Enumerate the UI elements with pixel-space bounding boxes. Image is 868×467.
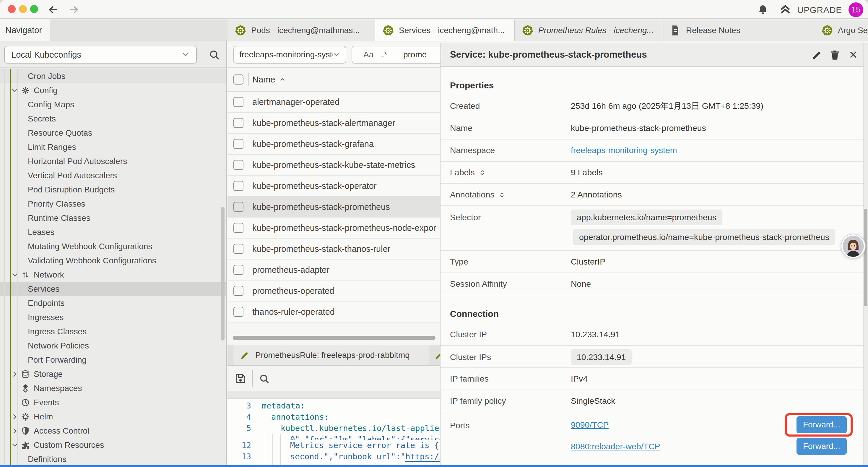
row-checkbox[interactable]: [234, 244, 243, 254]
line-number: 12: [227, 440, 251, 451]
select-all-checkbox[interactable]: [234, 75, 243, 85]
sidebar-item-events[interactable]: Events: [0, 396, 226, 410]
regex-toggle[interactable]: .*: [382, 50, 387, 59]
sidebar-item-network-policies[interactable]: Network Policies: [0, 339, 226, 353]
upgrade-icon[interactable]: [779, 3, 792, 16]
notifications-bell-icon[interactable]: [757, 4, 769, 16]
sidebar-item-leases[interactable]: Leases: [0, 225, 226, 239]
edit-icon[interactable]: [811, 49, 823, 61]
row-checkbox[interactable]: [234, 223, 243, 233]
row-checkbox[interactable]: [234, 265, 243, 275]
kubeconfig-selector[interactable]: Local Kubeconfigs: [4, 46, 197, 63]
editor-scrollband[interactable]: [227, 391, 440, 399]
row-checkbox[interactable]: [234, 139, 243, 149]
tab-argo-se[interactable]: Argo Se: [814, 20, 868, 41]
sidebar-item-mutating-webhook-configurations[interactable]: Mutating Webhook Configurations: [0, 239, 226, 254]
sidebar-item-pod-disruption-budgets[interactable]: Pod Disruption Budgets: [0, 183, 226, 197]
sidebar-item-priority-classes[interactable]: Priority Classes: [0, 197, 226, 211]
tab-pods-icecheng-mathmas[interactable]: Pods - icecheng@mathmas...: [227, 20, 375, 41]
table-row-kube-prometheus-stack-operator[interactable]: kube-prometheus-stack-operator: [227, 176, 440, 197]
property-label: Selector: [450, 212, 571, 222]
sidebar-item-access-control[interactable]: Access Control: [0, 424, 226, 438]
sidebar-item-label: Custom Resources: [34, 440, 104, 450]
close-window-button[interactable]: [8, 5, 16, 13]
sidebar-item-limit-ranges[interactable]: Limit Ranges: [0, 140, 226, 154]
sidebar-item-endpoints[interactable]: Endpoints: [0, 296, 226, 310]
sidebar-item-helm[interactable]: Helm: [0, 410, 226, 424]
sidebar-item-validating-webhook-configurations[interactable]: Validating Webhook Configurations: [0, 254, 226, 268]
table-row-prometheus-adapter[interactable]: prometheus-adapter: [227, 260, 440, 281]
upgrade-label[interactable]: UPGRADE: [797, 5, 842, 15]
table-row-alertmanager-operated[interactable]: alertmanager-operated: [227, 92, 440, 113]
delete-trash-icon[interactable]: [829, 49, 841, 61]
sidebar-item-config-maps[interactable]: Config Maps: [0, 97, 226, 112]
table-row-kube-prometheus-stack-kube-state-metrics[interactable]: kube-prometheus-stack-kube-state-metrics: [227, 154, 440, 176]
shield-icon: [21, 426, 30, 436]
row-checkbox[interactable]: [234, 202, 243, 212]
row-checkbox[interactable]: [234, 307, 243, 317]
row-checkbox[interactable]: [234, 286, 243, 296]
table-row-kube-prometheus-stack-thanos-ruler[interactable]: kube-prometheus-stack-thanos-ruler: [227, 238, 440, 260]
tab-release-notes[interactable]: Release Notes: [662, 20, 814, 41]
port-link-9090-tcp[interactable]: 9090/TCP: [571, 420, 609, 430]
sidebar-item-resource-quotas[interactable]: Resource Quotas: [0, 126, 226, 140]
sidebar-item-port-forwarding[interactable]: Port Forwarding: [0, 353, 226, 367]
sidebar-item-network[interactable]: Network: [0, 268, 226, 282]
table-row-prometheus-operated[interactable]: prometheus-operated: [227, 281, 440, 301]
sidebar-item-ingresses[interactable]: Ingresses: [0, 310, 226, 324]
avatar[interactable]: [841, 234, 866, 259]
zoom-window-button[interactable]: [30, 5, 38, 13]
sidebar-item-definitions[interactable]: Definitions: [0, 452, 226, 465]
sidebar-item-vertical-pod-autoscalers[interactable]: Vertical Pod Autoscalers: [0, 169, 226, 183]
sidebar-item-runtime-classes[interactable]: Runtime Classes: [0, 211, 226, 225]
table-row-kube-prometheus-stack-prometheus-node-expor[interactable]: kube-prometheus-stack-prometheus-node-ex…: [227, 217, 440, 238]
sidebar-item-cron-jobs[interactable]: Cron Jobs: [0, 69, 226, 83]
row-checkbox[interactable]: [234, 118, 243, 128]
horizontal-scrollbar[interactable]: [233, 336, 435, 340]
port-link-8080-reloader-web-tcp[interactable]: 8080:reloader-web/TCP: [571, 442, 660, 451]
navigator-tab[interactable]: Navigator: [0, 20, 50, 41]
sidebar-item-services[interactable]: Services: [0, 282, 226, 296]
sidebar-item-secrets[interactable]: Secrets: [0, 112, 226, 126]
minimize-window-button[interactable]: [19, 5, 27, 13]
match-case-toggle[interactable]: Aa: [363, 50, 373, 59]
editor-search-icon[interactable]: [258, 373, 270, 384]
editor-tab-next[interactable]: [433, 345, 440, 365]
sidebar-item-namespaces[interactable]: Namespaces: [0, 381, 226, 396]
table-row-kube-prometheus-stack-alertmanager[interactable]: kube-prometheus-stack-alertmanager: [227, 113, 440, 134]
table-row-kube-prometheus-stack-grafana[interactable]: kube-prometheus-stack-grafana: [227, 134, 440, 154]
tab-prometheus-rules-icecheng[interactable]: Prometheus Rules - icecheng...: [515, 20, 662, 41]
filter-input[interactable]: Aa .* prome: [351, 46, 440, 63]
search-icon[interactable]: [208, 49, 220, 61]
tab-services-icecheng-math[interactable]: Services - icecheng@math...✕: [375, 20, 515, 41]
row-checkbox[interactable]: [234, 97, 243, 107]
table-row-thanos-ruler-operated[interactable]: thanos-ruler-operated: [227, 301, 440, 322]
sort-toggle-icon[interactable]: [478, 169, 486, 176]
sidebar-item-storage[interactable]: Storage: [0, 367, 226, 381]
property-row-ip-families: IP familiesIPv4: [440, 368, 863, 390]
back-icon[interactable]: [47, 4, 59, 16]
row-checkbox[interactable]: [234, 160, 243, 170]
yaml-editor[interactable]: 3metadata:4annotations:5kubectl.kubernet…: [227, 399, 440, 465]
profile-badge[interactable]: 15: [848, 2, 863, 17]
sidebar-item-ingress-classes[interactable]: Ingress Classes: [0, 324, 226, 339]
editor-tab-prometheusrule[interactable]: PrometheusRule: freeleaps-prod-rabbitmq: [234, 345, 430, 365]
namespace-selector[interactable]: freeleaps-monitoring-system: [234, 46, 346, 63]
column-name-header[interactable]: Name: [252, 68, 286, 91]
forward-button[interactable]: Forward...: [797, 438, 847, 455]
property-row-ip-family-policy: IP family policySingleStack: [440, 390, 863, 412]
close-icon[interactable]: ✕: [847, 49, 859, 61]
sort-toggle-icon[interactable]: [498, 191, 506, 199]
sidebar-item-custom-resources[interactable]: Custom Resources: [0, 438, 226, 452]
sidebar-item-config[interactable]: Config: [0, 83, 226, 97]
forward-icon[interactable]: [68, 4, 80, 16]
detail-scrollbar[interactable]: [864, 209, 867, 306]
namespace-link[interactable]: freeleaps-monitoring-system: [571, 145, 677, 155]
table-row-kube-prometheus-stack-prometheus[interactable]: kube-prometheus-stack-prometheus: [227, 197, 440, 217]
sidebar-scrollbar[interactable]: [221, 207, 224, 341]
property-row-selector: Selectorapp.kubernetes.io/name=prometheu…: [440, 206, 863, 251]
row-checkbox[interactable]: [234, 181, 243, 191]
save-icon[interactable]: [234, 372, 247, 385]
yaml-url-link[interactable]: https://net: [405, 452, 440, 462]
sidebar-item-horizontal-pod-autoscalers[interactable]: Horizontal Pod Autoscalers: [0, 154, 226, 169]
